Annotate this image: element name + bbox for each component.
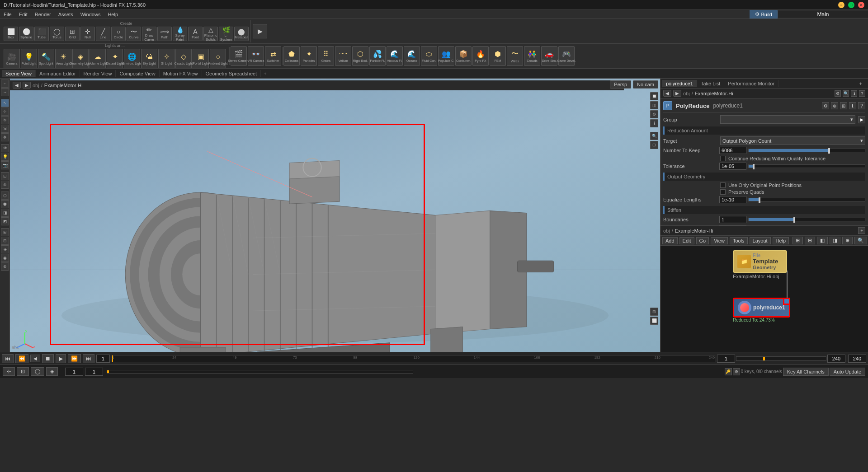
vellum-btn[interactable]: 〰Vellum <box>335 46 351 66</box>
ambient-light-btn[interactable]: ○Ambient Light <box>210 49 226 69</box>
tool-draw-curve[interactable]: ✏Draw Curve <box>142 27 156 41</box>
bb-soft-btn[interactable]: ◯ <box>31 367 44 376</box>
tl-frame-back[interactable]: ⏪ <box>15 354 28 363</box>
nav-fwd[interactable]: ▶ <box>23 82 31 89</box>
grains-btn[interactable]: ⠿Grains <box>318 46 334 66</box>
tl-frame-fwd[interactable]: ⏩ <box>68 354 81 363</box>
stereo-camera-btn[interactable]: 🎬Stereo Camera <box>231 46 247 66</box>
tool-platonic[interactable]: △Platonic Solids <box>203 27 218 41</box>
ng-tools[interactable]: Tools <box>730 237 748 244</box>
vp-side-5[interactable]: 🔍 <box>650 132 658 140</box>
rpanel-settings-icon[interactable]: ⚙ <box>835 90 841 97</box>
game-devel-btn[interactable]: 🎮Game Devel. <box>558 46 575 66</box>
left-btn-scale[interactable]: ⇲ <box>1 125 9 133</box>
tool-box[interactable]: ⬜Box <box>4 27 18 41</box>
portal-light-btn[interactable]: ▣Portal Light <box>193 49 209 69</box>
tool-font[interactable]: AFont <box>188 27 203 41</box>
tool-lsystem[interactable]: 🌿L-System <box>219 27 233 41</box>
tool-line[interactable]: ╱Line <box>96 27 110 41</box>
target-dropdown[interactable]: Output Polygon Count ▾ <box>720 136 865 145</box>
caustic-light-btn[interactable]: ◇Caustic Light <box>175 49 192 69</box>
ng-view[interactable]: View <box>711 237 728 244</box>
fem-btn[interactable]: ⬢FEM <box>490 46 506 66</box>
ng-tb-4[interactable]: ◨ <box>830 237 840 244</box>
left-btn-home[interactable]: ← <box>1 79 9 88</box>
ng-tb-6[interactable]: 🔍 <box>854 237 867 244</box>
oceans-btn[interactable]: 🌊Oceans <box>404 46 420 66</box>
left-btn-r2[interactable]: ⊟ <box>1 237 9 245</box>
add-view-tab[interactable]: + <box>261 70 269 77</box>
menu-file[interactable]: File <box>0 10 15 19</box>
num-keep-value[interactable]: 6086 <box>719 147 746 154</box>
crowds-btn[interactable]: 👫Crowds <box>524 46 540 66</box>
environment-light-btn[interactable]: 🌐Environ. Light <box>124 49 140 69</box>
equalize-value[interactable]: 1e-10 <box>719 196 746 203</box>
vp-br-1[interactable]: ⊞ <box>650 308 658 316</box>
drive-sim-btn[interactable]: 🚗Drive Sim. <box>541 46 557 66</box>
left-btn-lights[interactable]: 💡 <box>1 153 9 161</box>
left-btn-transform[interactable]: ✥ <box>1 133 9 141</box>
tool-tube[interactable]: ⬛Tube <box>34 27 49 41</box>
tool-grid[interactable]: ⊞Grid <box>65 27 80 41</box>
rtab-polyreduce[interactable]: polyreduce1 <box>662 80 697 87</box>
toolbar-more[interactable]: ▶ <box>253 24 267 38</box>
tab-scene-view[interactable]: Scene View <box>2 70 36 77</box>
point-light-btn[interactable]: 💡Point Light <box>21 49 37 69</box>
left-btn-forward[interactable]: → <box>1 88 9 96</box>
tool-spray[interactable]: 💧Spray Paint <box>173 27 187 41</box>
ng-go[interactable]: Go <box>696 237 709 244</box>
close-button[interactable]: × <box>858 2 864 8</box>
vp-side-1[interactable]: 🔲 <box>650 92 658 100</box>
tab-composite-view[interactable]: Composite View <box>116 70 159 77</box>
rpanel-help-icon[interactable]: ? <box>859 90 865 97</box>
tl-frame-input[interactable] <box>96 355 110 363</box>
spot-light-btn[interactable]: 🔦Spot Light <box>38 49 54 69</box>
vp-side-3[interactable]: ⚙ <box>650 110 658 118</box>
fluid-con-btn[interactable]: ⬭Fluid Con. <box>421 46 437 66</box>
vp-br-2[interactable]: ⬜ <box>650 317 658 325</box>
left-btn-rotate[interactable]: ↻ <box>1 116 9 124</box>
wires-btn[interactable]: 〜Wires <box>507 46 523 66</box>
group-dropdown[interactable]: ▾ <box>720 115 855 124</box>
no-cam-btn[interactable]: No cam <box>633 80 658 89</box>
rigid-bod-btn[interactable]: ⬡Rigid Bod. <box>352 46 368 66</box>
timeline-track[interactable]: 1 24 49 73 98 120 144 168 192 216 240 <box>112 355 715 362</box>
bb-snap-btn[interactable]: ⊡ <box>17 367 29 376</box>
left-btn-select[interactable]: ↖ <box>1 99 9 107</box>
bb-scrubber[interactable] <box>107 370 413 374</box>
ng-add[interactable]: Add <box>662 237 678 244</box>
vp-side-4[interactable]: ℹ <box>650 119 658 127</box>
num-keep-slider[interactable] <box>748 149 865 152</box>
left-btn-r5[interactable]: ⊗ <box>1 262 9 271</box>
minimize-button[interactable]: − <box>838 2 844 8</box>
ng-add-btn[interactable]: + <box>858 227 865 234</box>
volume-light-btn[interactable]: ☁Volume Light <box>90 49 106 69</box>
left-btn-material[interactable]: ◩ <box>1 217 9 225</box>
ng-tb-3[interactable]: ◧ <box>817 237 828 244</box>
maximize-button[interactable]: □ <box>848 2 854 8</box>
group-expand-btn[interactable]: ▶ <box>858 116 865 123</box>
build-dropdown[interactable]: ⚙ Build <box>750 10 778 19</box>
bb-auto-update-btn[interactable]: Auto Update <box>830 368 865 376</box>
collisions-btn[interactable]: ⬟Collisions <box>283 46 300 66</box>
tab-render-view[interactable]: Render View <box>80 70 116 77</box>
switcher-btn[interactable]: ⇄Switcher <box>265 46 281 66</box>
bb-key-all-btn[interactable]: Key All Channels <box>783 368 829 376</box>
main-tab-label[interactable]: Main <box>817 11 829 18</box>
geometry-light-btn[interactable]: ◈Geometry Light <box>72 49 89 69</box>
rpanel-back[interactable]: ◀ <box>663 90 671 97</box>
menu-render[interactable]: Render <box>31 10 55 19</box>
bb-handles-btn[interactable]: ◈ <box>46 367 58 376</box>
pr-zoom-btn[interactable]: ⊕ <box>831 102 838 109</box>
menu-help[interactable]: Help <box>104 10 122 19</box>
left-btn-solid[interactable]: ⬢ <box>1 200 9 208</box>
tool-sphere[interactable]: ⚪Sphere <box>19 27 33 41</box>
template-node[interactable]: 📁 File Template Geometry <box>733 250 787 273</box>
pyro-btn[interactable]: 🔥Pyro FX <box>472 46 489 66</box>
bb-frame-1[interactable] <box>65 368 83 376</box>
tab-animation-editor[interactable]: Animation Editor <box>36 70 80 77</box>
pr-settings-btn[interactable]: ⚙ <box>822 102 829 109</box>
persp-btn[interactable]: Persp <box>610 80 631 89</box>
left-btn-r3[interactable]: ◈ <box>1 245 9 253</box>
bb-settings-icon[interactable]: ⚙ <box>733 368 740 375</box>
